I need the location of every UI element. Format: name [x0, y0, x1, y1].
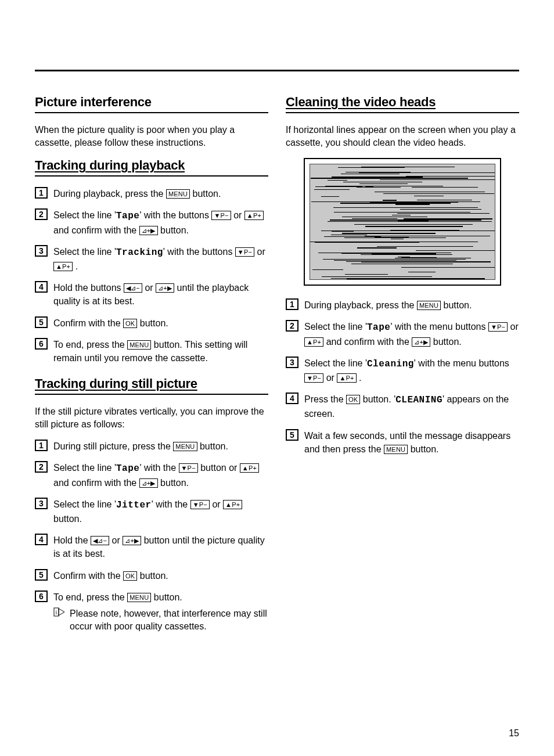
p-up-button-icon: ▲P+ — [53, 262, 73, 271]
menu-button-icon: MENU — [173, 442, 197, 451]
step-text: button. — [53, 514, 82, 524]
step-row: 5 Confirm with the OK button. — [35, 569, 268, 582]
step-number: 6 — [35, 591, 48, 602]
step-text: button. — [408, 444, 438, 454]
step-row: 4 Press the OK button. 'CLEANING' appear… — [286, 393, 519, 420]
step-text: button. — [158, 478, 189, 488]
menu-button-icon: MENU — [166, 189, 190, 199]
step-text: button. — [190, 189, 221, 199]
step-number: 3 — [286, 357, 298, 368]
step-row: 6 To end, press the MENU button. — [35, 591, 268, 604]
right-plus-button-icon: ⊿+▶ — [156, 283, 174, 293]
p-up-button-icon: ▲P+ — [244, 211, 264, 220]
heading-rule — [35, 175, 268, 177]
step-number: 1 — [35, 440, 48, 451]
step-row: 1 During still picture, press the MENU b… — [35, 440, 268, 453]
step-text: Select the line ' — [304, 358, 367, 368]
step-text: Select the line ' — [53, 210, 116, 220]
step-text: or — [323, 373, 337, 383]
step-text: button. — [151, 592, 182, 602]
step-row: 3 Select the line 'Jitter' with the ▼P− … — [35, 498, 268, 525]
step-row: 4 Hold the buttons ◀⊿− or ⊿+▶ until the … — [35, 281, 268, 308]
menu-item-tape: Tape — [367, 322, 390, 333]
intro-paragraph: If horizontal lines appear on the screen… — [286, 124, 519, 149]
step-text: button. — [137, 571, 168, 581]
step-text: Select the line ' — [304, 322, 367, 332]
step-text: Select the line ' — [53, 247, 116, 257]
left-minus-button-icon: ◀⊿− — [124, 283, 142, 293]
step-number: 2 — [35, 208, 48, 220]
step-text: button. — [441, 300, 472, 310]
step-number: 4 — [35, 534, 48, 545]
step-text: button. — [197, 441, 228, 451]
heading-tracking-still: Tracking during still picture — [35, 376, 268, 391]
step-text: ' with the menu buttons — [414, 358, 509, 368]
note-row: i Please note, however, that interferenc… — [53, 607, 268, 633]
ok-button-icon: OK — [346, 395, 360, 404]
step-text: button or — [198, 463, 240, 473]
step-text: or — [231, 210, 244, 220]
step-row: 5 Wait a few seconds, until the message … — [286, 429, 519, 456]
right-column: Cleaning the video heads If horizontal l… — [286, 95, 519, 633]
step-text: Confirm with the — [53, 571, 123, 581]
info-arrow-icon: i — [53, 607, 65, 618]
step-text: or — [254, 247, 265, 257]
right-plus-button-icon: ⊿+▶ — [139, 226, 158, 235]
step-text: During playback, press the — [53, 189, 166, 199]
right-plus-button-icon: ⊿+▶ — [123, 536, 141, 545]
p-up-button-icon: ▲P+ — [223, 500, 242, 509]
step-text: To end, press the — [53, 592, 127, 602]
right-plus-button-icon: ⊿+▶ — [139, 478, 158, 488]
p-down-button-icon: ▼P− — [179, 463, 198, 473]
left-minus-button-icon: ◀⊿− — [91, 536, 109, 545]
note-text: Please note, however, that interference … — [70, 607, 268, 633]
step-text: and confirm with the — [323, 337, 412, 347]
step-row: 5 Confirm with the OK button. — [35, 316, 268, 330]
p-down-button-icon: ▼P− — [235, 247, 254, 257]
step-text: or — [210, 499, 223, 509]
step-text: During still picture, press the — [53, 441, 173, 451]
ok-button-icon: OK — [123, 319, 137, 328]
step-text: Select the line ' — [53, 463, 116, 473]
heading-rule — [35, 112, 268, 113]
step-text: Select the line ' — [53, 499, 116, 509]
step-text: To end, press the — [53, 340, 127, 350]
step-text: or — [508, 322, 519, 332]
step-number: 4 — [286, 393, 298, 404]
step-row: 2 Select the line 'Tape' with the menu b… — [286, 320, 519, 348]
step-number: 4 — [35, 281, 48, 293]
intro-paragraph: If the still picture vibrates vertically… — [35, 405, 268, 430]
step-number: 2 — [35, 461, 48, 473]
step-text: button. — [430, 337, 461, 347]
menu-item-tape: Tape — [116, 463, 139, 474]
menu-item-jitter: Jitter — [116, 500, 152, 510]
p-down-button-icon: ▼P− — [304, 373, 323, 383]
step-number: 5 — [35, 316, 48, 328]
step-text: Hold the buttons — [53, 283, 124, 293]
right-plus-button-icon: ⊿+▶ — [412, 337, 430, 347]
step-row: 3 Select the line 'Cleaning' with the me… — [286, 357, 519, 384]
step-text: or — [142, 283, 156, 293]
step-text: and confirm with the — [53, 225, 139, 235]
step-row: 4 Hold the ◀⊿− or ⊿+▶ button until the p… — [35, 534, 268, 560]
heading-picture-interference: Picture interference — [35, 95, 268, 110]
step-row: 2 Select the line 'Tape' with the ▼P− bu… — [35, 461, 268, 489]
heading-rule — [35, 394, 268, 395]
step-row: 1 During playback, press the MENU button… — [286, 298, 519, 312]
svg-text:i: i — [56, 609, 57, 615]
page-number: 15 — [509, 728, 519, 739]
step-text: ' with the buttons — [139, 210, 211, 220]
p-down-button-icon: ▼P− — [211, 211, 231, 220]
heading-cleaning-heads: Cleaning the video heads — [286, 95, 519, 110]
step-row: 6 To end, press the MENU button. This se… — [35, 338, 268, 365]
step-row: 3 Select the line 'Tracking' with the bu… — [35, 245, 268, 273]
p-up-button-icon: ▲P+ — [337, 373, 356, 383]
intro-paragraph: When the picture quality is poor when yo… — [35, 124, 268, 149]
step-text: . — [73, 261, 78, 271]
p-down-button-icon: ▼P− — [488, 322, 508, 332]
menu-item-tracking: Tracking — [116, 247, 163, 258]
step-number: 3 — [35, 498, 48, 509]
step-row: 1 During playback, press the MENU button… — [35, 187, 268, 200]
step-text: . — [357, 373, 362, 383]
step-text: and confirm with the — [53, 478, 139, 488]
